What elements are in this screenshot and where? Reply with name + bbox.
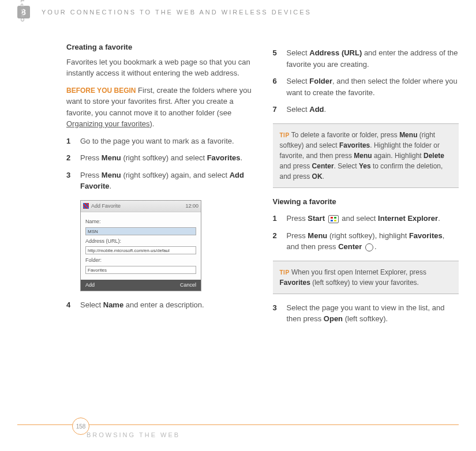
tip-label: TIP (280, 132, 290, 138)
step-4: 4 Select Name and enter a description. (66, 299, 253, 311)
content-area: Creating a favorite Favorites let you bo… (0, 24, 476, 330)
viewing-steps-list-cont: 3 Select the page you want to view in th… (273, 302, 459, 325)
screenshot-url-field: http://mobile.microsoft.com/en-us/defaul (85, 246, 196, 254)
screenshot-folder-label: Folder: (85, 257, 196, 265)
page-header: 8 YOUR CONNECTIONS TO THE WEB AND WIRELE… (0, 0, 476, 24)
page-footer: 158 BROWSING THE WEB (17, 424, 459, 441)
intro-paragraph: Favorites let you bookmark a web page so… (66, 57, 253, 79)
creating-steps-list-right: 5 Select Address (URL) and enter the add… (273, 47, 459, 115)
viewing-steps-list: 1 Press Start and select Internet Explor… (273, 213, 459, 253)
step-5: 5 Select Address (URL) and enter the add… (273, 47, 459, 70)
add-favorite-screenshot: Add Favorite 12:00 Name: MSN Address (UR… (80, 200, 201, 292)
footer-section-label: BROWSING THE WEB (87, 431, 180, 438)
screenshot-clock: 12:00 (185, 202, 198, 211)
header-title: YOUR CONNECTIONS TO THE WEB AND WIRELESS… (42, 9, 312, 16)
section-title-viewing: Viewing a favorite (273, 196, 459, 208)
page-number-badge: 158 (72, 418, 89, 435)
tip-delete-favorite: TIP To delete a favorite or folder, pres… (273, 123, 459, 188)
screenshot-right-softkey: Cancel (180, 281, 196, 290)
screenshot-name-field: MSN (85, 227, 196, 235)
screenshot-folder-field: Favorites (85, 266, 196, 274)
tip-label: TIP (280, 269, 290, 276)
tip-first-open-ie: TIP When you first open Internet Explore… (273, 261, 459, 294)
vstep-3: 3 Select the page you want to view in th… (273, 302, 459, 325)
left-column: Creating a favorite Favorites let you bo… (66, 42, 253, 330)
screenshot-titlebar: Add Favorite 12:00 (81, 201, 201, 213)
vstep-2: 2 Press Menu (right softkey), highlight … (273, 230, 459, 253)
section-title-creating: Creating a favorite (66, 42, 253, 53)
creating-steps-list: 1 Go to the page you want to mark as a f… (66, 136, 253, 192)
before-you-begin-label: BEFORE YOU BEGIN (66, 87, 136, 95)
screenshot-left-softkey: Add (85, 281, 95, 290)
creating-steps-list-cont: 4 Select Name and enter a description. (66, 299, 253, 311)
center-button-icon (365, 243, 373, 251)
vstep-1: 1 Press Start and select Internet Explor… (273, 213, 459, 224)
step-7: 7 Select Add. (273, 104, 459, 115)
chapter-side-label: CHAPTER (20, 0, 25, 35)
screenshot-url-label: Address (URL): (85, 238, 196, 246)
screenshot-name-label: Name: (85, 218, 196, 226)
organizing-favorites-link[interactable]: Organizing your favorites (66, 119, 150, 128)
step-2: 2 Press Menu (right softkey) and select … (66, 152, 253, 164)
windows-start-icon (328, 215, 339, 223)
before-you-begin-paragraph: BEFORE YOU BEGIN First, create the folde… (66, 85, 253, 130)
right-column: 5 Select Address (URL) and enter the add… (273, 42, 459, 330)
start-flag-icon (83, 203, 89, 209)
step-6: 6 Select Folder, and then select the fol… (273, 76, 459, 98)
step-1: 1 Go to the page you want to mark as a f… (66, 136, 253, 147)
step-3: 3 Press Menu (right softkey) again, and … (66, 170, 253, 192)
